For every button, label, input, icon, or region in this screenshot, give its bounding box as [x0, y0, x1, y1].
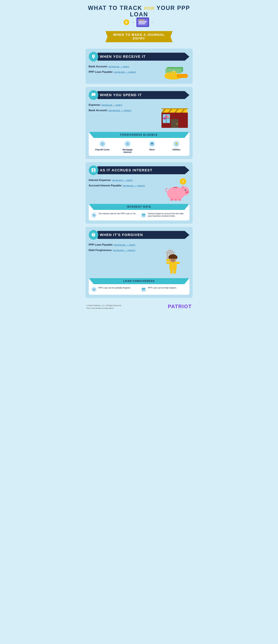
interest-icon-circle: [89, 166, 98, 175]
rate-calendar-icon: [141, 212, 146, 218]
forgive-percent-icon: %: [91, 286, 97, 292]
svg-point-25: [163, 117, 166, 120]
svg-point-27: [165, 115, 167, 117]
laptop-line-2: [138, 21, 147, 22]
svg-point-80: [176, 256, 177, 259]
laptop-line-4: [138, 24, 145, 24]
svg-rect-9: [174, 71, 177, 74]
svg-rect-69: [167, 253, 168, 260]
svg-rect-75: [169, 261, 177, 270]
laptop-icon: [136, 18, 149, 27]
receive-line2: PPP Loan Payable: INCREASE — CREDIT: [89, 70, 154, 74]
laptop-line-3: [138, 22, 146, 23]
mortgage-icon: %: [124, 140, 131, 147]
person-illustration: [157, 243, 189, 275]
section-interest-text: Interest Expense: INCREASE — DEBIT Accru…: [89, 178, 162, 189]
header-section: WHAT TO TRACK FOR YOUR PPP LOAN $ → ← WH…: [83, 0, 195, 46]
header-icons: $ → ←: [86, 18, 192, 27]
piggy-svg: 1: [162, 178, 189, 201]
store-illustration: [160, 103, 189, 129]
section-interest-title: AS IT ACCRUES INTEREST: [97, 166, 189, 174]
loan-forgiveness-box: LOAN FORGIVENESS % PPP Loan can be parti…: [89, 278, 189, 295]
receive-icon: [91, 54, 96, 59]
eligible-item-utilities: Utilities: [170, 140, 183, 154]
banner-text: WHEN TO MAKE A JOURNAL ENTRY: [113, 33, 165, 40]
svg-rect-65: [143, 215, 144, 216]
section-forgiven-title: WHEN IT'S FORGIVEN: [97, 231, 189, 239]
interest-line2: Accrued Interest Payable: INCREASE — CRE…: [89, 184, 162, 188]
piggy-illustration: 1: [162, 178, 189, 201]
section-receive-body: Bank Account: INCREASE — DEBIT PPP Loan …: [89, 65, 189, 81]
section-interest-header: AS IT ACCRUES INTEREST: [89, 166, 189, 175]
svg-rect-95: [144, 290, 145, 290]
section-receive-title: WHEN YOU RECEIVE IT: [97, 53, 189, 61]
forgiven-icon-circle: [89, 230, 98, 240]
section-spend-title: WHEN YOU SPEND IT: [97, 91, 189, 99]
banner-ribbon-wrap: WHEN TO MAKE A JOURNAL ENTRY: [105, 31, 173, 42]
svg-text:%: %: [93, 288, 95, 291]
interest-line1: Interest Expense: INCREASE — DEBIT: [89, 178, 162, 182]
title-for: FOR: [144, 6, 155, 11]
svg-rect-38: [152, 144, 153, 145]
store-svg: [160, 103, 189, 129]
hand-money-illustration: $$$: [154, 65, 189, 81]
svg-rect-57: [173, 187, 177, 188]
section-forgiven: WHEN IT'S FORGIVEN PPP Loan Payable: DEC…: [85, 227, 193, 298]
forgive-items-list: % PPP Loan can be partially forgiven.: [89, 284, 189, 295]
svg-rect-82: [173, 270, 176, 274]
section-forgiven-body: PPP Loan Payable: DECREASE — DEBIT Debt …: [89, 243, 189, 275]
svg-rect-93: [142, 290, 143, 290]
svg-text:1: 1: [182, 180, 184, 183]
receive-icon-circle: [89, 52, 98, 62]
eligible-items-list: $ Payroll Costs % MortgageInterest: [89, 138, 189, 156]
svg-rect-62: [143, 214, 143, 214]
svg-text:$: $: [102, 142, 103, 145]
section-receive-text: Bank Account: INCREASE — DEBIT PPP Loan …: [89, 65, 154, 76]
svg-rect-29: [161, 108, 188, 109]
svg-rect-91: [143, 288, 143, 289]
eligible-item-mortgage: % MortgageInterest: [121, 140, 134, 154]
rent-label: Rent: [149, 148, 154, 151]
utilities-label: Utilities: [172, 148, 181, 151]
disclaimer-text: This is not intended as legal advice.: [86, 307, 122, 310]
section-receive: WHEN YOU RECEIVE IT Bank Account: INCREA…: [85, 49, 193, 84]
svg-text:%: %: [127, 143, 129, 145]
forgiven-icon: [91, 232, 96, 238]
receive-line1: Bank Account: INCREASE — DEBIT: [89, 65, 154, 68]
section-receive-header: WHEN YOU RECEIVE IT: [89, 52, 189, 62]
svg-point-51: [185, 190, 186, 190]
svg-point-48: [186, 192, 187, 193]
section-interest: AS IT ACCRUES INTEREST Interest Expense:…: [85, 162, 193, 224]
svg-point-86: [174, 258, 175, 259]
svg-rect-64: [142, 215, 143, 216]
rate-text-1: The interest rate for the PPP Loan is 1%…: [98, 212, 136, 215]
svg-rect-84: [176, 262, 180, 264]
svg-rect-63: [144, 214, 145, 214]
spend-icon: [91, 92, 96, 98]
svg-point-85: [171, 258, 172, 259]
spend-line1: Expense: INCREASE — DEBIT: [89, 103, 160, 107]
forgiveness-eligible-box: FORGIVENESS ELIGIBLE $ Payroll Costs %: [89, 132, 189, 156]
laptop-line-1: [138, 20, 144, 20]
svg-point-47: [185, 191, 189, 194]
section-forgiven-text: PPP Loan Payable: DECREASE — DEBIT Debt …: [89, 243, 157, 254]
title-part1: WHAT TO TRACK: [88, 5, 142, 11]
svg-rect-83: [166, 262, 170, 264]
laptop-screen: [137, 19, 148, 26]
svg-rect-10: [177, 74, 188, 78]
hand-money-svg: $$$: [154, 65, 189, 81]
forgiven-line2: Debt Forgiveness: INCREASE — CREDIT: [89, 248, 157, 252]
svg-rect-78: [169, 256, 177, 258]
interest-icon: [91, 168, 96, 173]
svg-rect-6: [167, 72, 169, 76]
forgive-calendar-icon: [141, 286, 146, 292]
forgiven-line1: PPP Loan Payable: DECREASE — DEBIT: [89, 243, 157, 247]
rate-items-list: % The interest rate for the PPP Loan is …: [89, 210, 189, 220]
svg-rect-37: [152, 144, 152, 145]
svg-marker-68: [165, 249, 176, 253]
svg-rect-61: [142, 214, 145, 215]
payroll-icon: $: [99, 140, 106, 147]
section-forgiven-header: WHEN IT'S FORGIVEN: [89, 230, 189, 240]
mortgage-label: MortgageInterest: [122, 148, 133, 154]
svg-rect-41: [176, 144, 177, 145]
